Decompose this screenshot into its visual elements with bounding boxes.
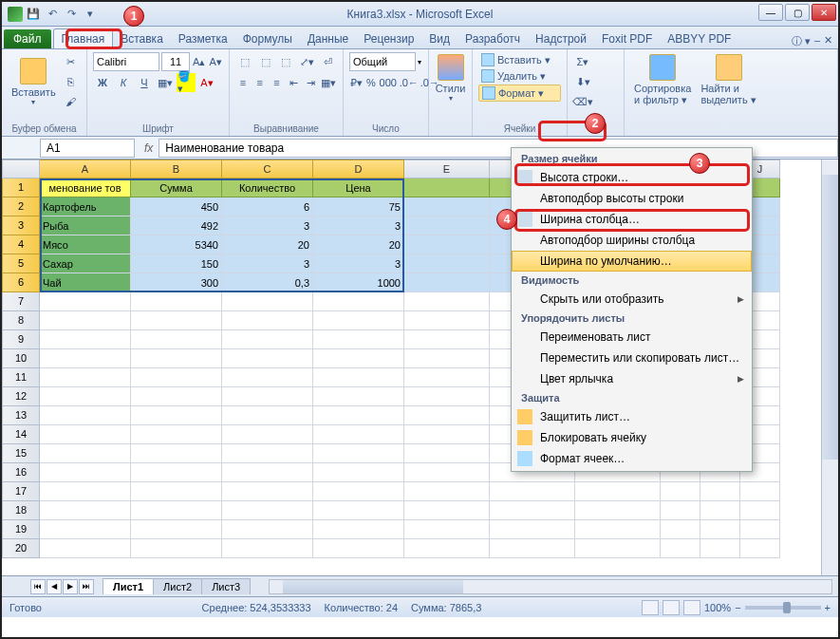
font-color[interactable]: A▾ [197, 73, 216, 92]
row-header[interactable]: 9 [2, 330, 40, 349]
cell[interactable] [661, 539, 700, 558]
tab-data[interactable]: Данные [300, 29, 356, 48]
cell[interactable]: 300 [131, 273, 222, 292]
redo-button[interactable]: ↷ [63, 6, 80, 23]
cell[interactable] [404, 387, 490, 406]
underline[interactable]: Ч [135, 73, 154, 92]
cell[interactable]: Сахар [40, 254, 131, 273]
cell[interactable] [700, 539, 740, 558]
copy-button[interactable]: ⎘ [62, 72, 81, 91]
border[interactable]: ▦▾ [156, 73, 175, 92]
cell[interactable] [490, 482, 575, 501]
cell[interactable] [222, 387, 313, 406]
find-select[interactable]: Найти и выделить ▾ [697, 52, 759, 108]
cell[interactable]: Чай [40, 273, 131, 292]
dd-lock-cell[interactable]: Блокировать ячейку [512, 427, 752, 448]
paste-button[interactable]: Вставить▾ [8, 56, 60, 108]
cell[interactable] [404, 197, 490, 216]
row-header[interactable]: 3 [2, 216, 40, 235]
insert-cells[interactable]: Вставить ▾ [478, 52, 561, 67]
row-header[interactable]: 16 [2, 463, 40, 482]
orientation[interactable]: ⤢▾ [297, 52, 316, 71]
minimize-button[interactable]: — [758, 4, 783, 21]
cell[interactable] [222, 501, 313, 520]
cell[interactable] [40, 406, 131, 425]
cell[interactable] [490, 520, 575, 539]
tab-review[interactable]: Рецензир [356, 29, 421, 48]
dd-autofit-row[interactable]: Автоподбор высоты строки [512, 188, 752, 209]
col-header-A[interactable]: A [40, 160, 131, 179]
dd-default-width[interactable]: Ширина по умолчанию… [512, 251, 752, 272]
help-icon[interactable]: ⓘ ▾ [792, 34, 811, 48]
dd-tab-color[interactable]: Цвет ярлычка▶ [512, 368, 752, 389]
cell[interactable]: Мясо [40, 235, 131, 254]
row-header[interactable]: 20 [2, 539, 40, 558]
cell[interactable] [313, 463, 404, 482]
cell[interactable]: 450 [131, 197, 222, 216]
cell[interactable] [404, 254, 490, 273]
cell[interactable] [404, 539, 490, 558]
indent-dec[interactable]: ⇤ [286, 73, 301, 92]
close-button[interactable]: ✕ [812, 4, 836, 21]
align-top[interactable]: ⬚ [235, 52, 254, 71]
fx-icon[interactable]: fx [139, 141, 159, 155]
cell[interactable] [131, 406, 222, 425]
format-painter[interactable]: 🖌 [62, 92, 81, 111]
cell[interactable] [404, 368, 490, 387]
sheet-nav-next[interactable]: ▶ [63, 579, 78, 594]
cell[interactable] [222, 368, 313, 387]
cell[interactable]: менование тов [40, 179, 131, 197]
bold[interactable]: Ж [93, 73, 112, 92]
cell[interactable]: 3 [222, 254, 313, 273]
cell[interactable] [740, 539, 780, 558]
row-header[interactable]: 17 [2, 482, 40, 501]
cell[interactable] [700, 520, 740, 539]
cell[interactable] [313, 444, 404, 463]
cell[interactable]: 5340 [131, 235, 222, 254]
sort-filter[interactable]: Сортировка и фильтр ▾ [630, 52, 695, 108]
cell[interactable]: 492 [131, 216, 222, 235]
styles-button[interactable]: Стили▾ [435, 52, 466, 104]
cell[interactable] [404, 482, 490, 501]
cell[interactable] [222, 482, 313, 501]
cell[interactable] [313, 330, 404, 349]
cell[interactable] [313, 349, 404, 368]
row-header[interactable]: 10 [2, 349, 40, 368]
cell[interactable] [313, 539, 404, 558]
cell[interactable] [490, 501, 575, 520]
dd-autofit-col[interactable]: Автоподбор ширины столбца [512, 230, 752, 251]
cell[interactable] [404, 520, 490, 539]
cell[interactable] [661, 482, 700, 501]
tab-addins[interactable]: Надстрой [528, 29, 594, 48]
col-header-C[interactable]: C [222, 160, 313, 179]
cell[interactable]: 3 [313, 216, 404, 235]
horizontal-scrollbar[interactable] [269, 579, 832, 594]
cell[interactable] [740, 520, 780, 539]
zoom-out[interactable]: − [735, 602, 740, 613]
cell[interactable] [131, 444, 222, 463]
clear[interactable]: ⌫▾ [573, 92, 592, 111]
align-center[interactable]: ≡ [252, 73, 268, 92]
number-format[interactable] [349, 52, 416, 71]
cell[interactable] [404, 292, 490, 311]
cell[interactable] [700, 482, 740, 501]
merge[interactable]: ▦▾ [320, 73, 337, 92]
font-size[interactable] [161, 52, 190, 71]
cell[interactable] [40, 501, 131, 520]
col-header-E[interactable]: E [404, 160, 490, 179]
cell[interactable] [222, 520, 313, 539]
cell[interactable] [404, 425, 490, 444]
tab-layout[interactable]: Разметка [171, 29, 235, 48]
cell[interactable] [661, 501, 700, 520]
cell[interactable]: 0,3 [222, 273, 313, 292]
cell[interactable] [131, 387, 222, 406]
view-break[interactable] [683, 600, 700, 615]
grow-font[interactable]: A▴ [192, 52, 207, 71]
cell[interactable]: Цена [313, 179, 404, 197]
row-header[interactable]: 14 [2, 425, 40, 444]
cell[interactable] [740, 501, 780, 520]
row-header[interactable]: 13 [2, 406, 40, 425]
cell[interactable] [40, 387, 131, 406]
row-header[interactable]: 7 [2, 292, 40, 311]
cell[interactable] [740, 482, 780, 501]
